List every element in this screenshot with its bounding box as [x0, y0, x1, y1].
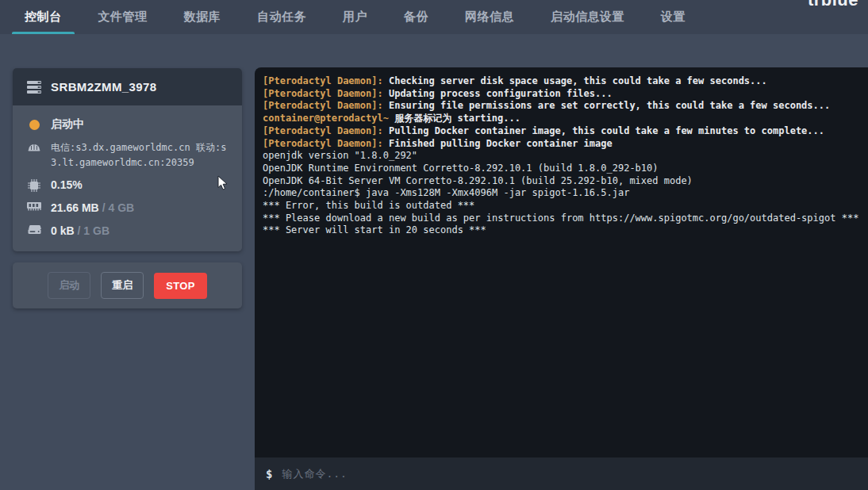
console-line: [Pterodactyl Daemon]: Finished pulling D…: [263, 138, 860, 151]
status-dot-icon: [27, 117, 41, 130]
server-card-header: SRBM2ZMM_3978: [13, 68, 242, 105]
memory-row: 21.66 MB/ 4 GB: [27, 201, 228, 215]
brand-logo: trblue: [808, 0, 858, 10]
console-line: [Pterodactyl Daemon]: Updating process c…: [263, 88, 860, 101]
server-icon: [27, 80, 41, 94]
console-log[interactable]: [Pterodactyl Daemon]: Checking server di…: [255, 67, 868, 457]
memory-icon: [27, 201, 41, 211]
disk-icon: [27, 224, 41, 235]
console-line: [Pterodactyl Daemon]: Checking server di…: [263, 75, 860, 88]
server-name: SRBM2ZMM_3978: [51, 80, 157, 94]
tab-database[interactable]: 数据库: [171, 0, 234, 34]
console-panel: [Pterodactyl Daemon]: Checking server di…: [255, 67, 868, 490]
tab-network[interactable]: 网络信息: [452, 0, 527, 34]
power-controls-card: 启动 重启 STOP: [13, 262, 242, 308]
server-sidebar: SRBM2ZMM_3978 启动中 电信:s3.dx.gameworldmc.c…: [13, 68, 242, 308]
address-row: 电信:s3.dx.gameworldmc.cn 联动:s3.lt.gamewor…: [27, 140, 228, 170]
tab-schedules[interactable]: 自动任务: [244, 0, 319, 34]
console-line: *** Please download a new build as per i…: [263, 212, 860, 225]
console-line: *** Error, this build is outdated ***: [263, 200, 860, 212]
top-navbar: 控制台 文件管理 数据库 自动任务 用户 备份 网络信息 启动信息设置 设置 t…: [0, 0, 868, 34]
globe-icon: [27, 140, 41, 151]
disk-used: 0 kB: [51, 224, 75, 237]
server-info-card: SRBM2ZMM_3978 启动中 电信:s3.dx.gameworldmc.c…: [13, 68, 242, 251]
tab-users[interactable]: 用户: [330, 0, 380, 34]
disk-total: / 1 GB: [78, 224, 109, 237]
command-bar: $: [255, 457, 868, 490]
console-line: [Pterodactyl Daemon]: Pulling Docker con…: [263, 125, 860, 138]
console-line: [Pterodactyl Daemon]: Ensuring file perm…: [263, 100, 860, 113]
tab-startup-settings[interactable]: 启动信息设置: [538, 0, 637, 34]
cpu-row: 0.15%: [27, 178, 228, 192]
console-line: :/home/container$ java -Xms128M -Xmx4096…: [263, 187, 860, 200]
status-text: 启动中: [51, 117, 84, 132]
tab-backups[interactable]: 备份: [391, 0, 441, 34]
stop-button[interactable]: STOP: [154, 273, 206, 299]
tab-file-management[interactable]: 文件管理: [86, 0, 160, 34]
restart-button[interactable]: 重启: [101, 272, 144, 299]
console-line: OpenJDK Runtime Environment Corretto-8.2…: [263, 163, 860, 175]
memory-used: 21.66 MB: [51, 201, 99, 214]
console-line: openjdk version "1.8.0_292": [263, 150, 860, 163]
memory-total: / 4 GB: [102, 201, 134, 214]
tab-console[interactable]: 控制台: [12, 0, 75, 34]
server-address: 电信:s3.dx.gameworldmc.cn 联动:s3.lt.gamewor…: [51, 140, 228, 170]
cpu-usage: 0.15%: [51, 178, 83, 191]
start-button[interactable]: 启动: [48, 272, 90, 299]
console-line: *** Server will start in 20 seconds ***: [263, 224, 860, 237]
status-row: 启动中: [27, 117, 228, 132]
tab-settings[interactable]: 设置: [648, 0, 698, 34]
console-line: OpenJDK 64-Bit Server VM Corretto-8.292.…: [263, 175, 860, 188]
command-input[interactable]: [282, 468, 857, 480]
prompt-dollar-icon: $: [266, 468, 272, 480]
disk-row: 0 kB/ 1 GB: [27, 224, 228, 238]
console-line: container@pterodactyl~ 服务器标记为 starting..…: [263, 113, 860, 125]
cpu-icon: [27, 178, 41, 192]
server-card-body: 启动中 电信:s3.dx.gameworldmc.cn 联动:s3.lt.gam…: [13, 105, 242, 251]
